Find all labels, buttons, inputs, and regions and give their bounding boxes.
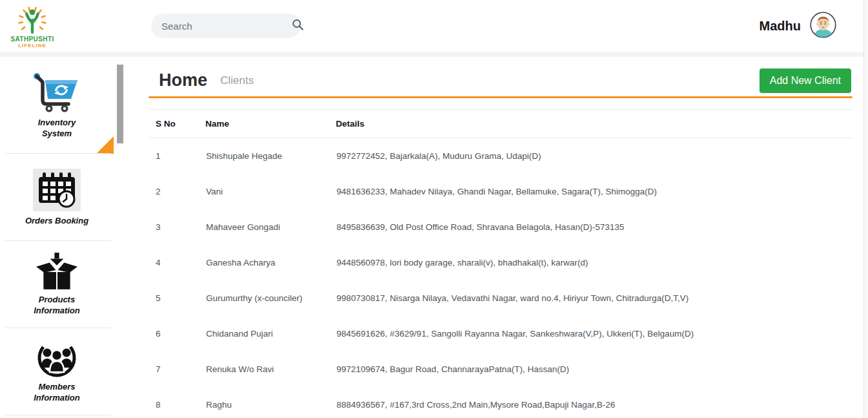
table-row[interactable]: 5Gurumurthy (x-counciler)9980730817, Nis… [149, 280, 852, 316]
user-avatar[interactable] [810, 12, 836, 41]
topbar-divider [0, 52, 868, 57]
header-accent-line [149, 96, 852, 98]
cell-sno: 8 [149, 387, 205, 418]
cell-sno: 6 [149, 316, 205, 351]
cell-details: 9972772452, Bajarkala(A), Muduru Grama, … [336, 138, 852, 174]
sidebar-item-members-information[interactable]: Members Information [0, 328, 114, 415]
search-icon[interactable] [291, 18, 304, 34]
cell-name: Renuka W/o Ravi [205, 351, 336, 387]
search-bar[interactable] [151, 14, 301, 38]
table-row[interactable]: 6Chidanand Pujari9845691626, #3629/91, S… [149, 316, 852, 351]
cell-sno: 4 [149, 245, 205, 280]
add-new-client-button[interactable]: Add New Client [760, 68, 851, 93]
cell-sno: 1 [149, 138, 205, 174]
table-row[interactable]: 1Shishupale Hegade9972772452, Bajarkala(… [149, 138, 852, 174]
cell-name: Gurumurthy (x-counciler) [205, 280, 336, 316]
column-header-s-no: S No [149, 110, 205, 138]
cell-details: 8884936567, #167,3rd Cross,2nd Main,Myso… [336, 387, 852, 418]
cell-sno: 5 [149, 280, 205, 316]
user-menu[interactable]: Madhu [760, 12, 836, 41]
sidebar-item-products-information[interactable]: Products Information [0, 241, 114, 328]
cell-details: 9972109674, Bagur Road, ChannarayaPatna(… [336, 351, 852, 387]
members-group-icon [36, 340, 78, 377]
column-header-name: Name [205, 110, 336, 138]
search-input[interactable] [160, 20, 291, 32]
cell-details: 8495836639, Old Post Office Road, Shrava… [336, 209, 852, 245]
sidebar-item-inventory-system[interactable]: Inventory System [0, 57, 114, 154]
cell-name: Vani [205, 174, 336, 209]
breadcrumb-clients: Clients [220, 74, 254, 87]
logo-subtitle: LIFELINE [18, 43, 46, 48]
table-row[interactable]: 7Renuka W/o Ravi9972109674, Bagur Road, … [149, 351, 852, 387]
main-content: Home Clients Add New Client S NoNameDeta… [149, 57, 852, 418]
cell-sno: 7 [149, 351, 205, 387]
clients-table-head-row: S NoNameDetails [149, 110, 852, 138]
page-scrollbar[interactable] [863, 0, 868, 418]
cell-name: Mahaveer Gongadi [205, 209, 336, 245]
table-row[interactable]: 3Mahaveer Gongadi8495836639, Old Post Of… [149, 209, 852, 245]
cell-name: Chidanand Pujari [205, 316, 336, 351]
app-logo: SATHPUSHTI LIFELINE [0, 3, 65, 48]
cell-name: Ganesha Acharya [205, 245, 336, 280]
orders-calendar-icon [33, 169, 81, 211]
sidebar: Inventory System [0, 57, 114, 418]
column-header-details: Details [336, 110, 852, 138]
cell-details: 9481636233, Mahadev Nilaya, Ghandi Nagar… [336, 174, 852, 209]
clients-table-body: 1Shishupale Hegade9972772452, Bajarkala(… [149, 138, 852, 418]
sidebar-item-label: Inventory System [23, 118, 90, 140]
clients-table: S NoNameDetails 1Shishupale Hegade997277… [149, 109, 852, 418]
sidebar-item-label: Orders Booking [23, 216, 90, 227]
cell-details: 9980730817, Nisarga Nilaya, Vedavathi Na… [336, 280, 852, 316]
logo-title: SATHPUSHTI [10, 36, 54, 43]
sidebar-scrollbar-thumb[interactable] [117, 65, 123, 143]
logo-figure-icon [16, 6, 49, 37]
user-name: Madhu [760, 19, 801, 34]
inventory-cart-icon [32, 72, 82, 113]
sidebar-item-label: Products Information [23, 295, 90, 317]
cell-name: Raghu [205, 387, 336, 418]
sidebar-item-label: Members Information [23, 382, 90, 404]
cell-details: 9448560978, lori body garage, sharali(v)… [336, 245, 852, 280]
page: SATHPUSHTI LIFELINE Madhu [0, 0, 868, 418]
table-row[interactable]: 2Vani9481636233, Mahadev Nilaya, Ghandi … [149, 174, 852, 209]
table-row[interactable]: 8Raghu8884936567, #167,3rd Cross,2nd Mai… [149, 387, 852, 418]
cell-sno: 2 [149, 174, 205, 209]
cell-name: Shishupale Hegade [205, 138, 336, 174]
page-title: Home [159, 70, 207, 90]
cell-details: 9845691626, #3629/91, Sangolli Rayanna N… [336, 316, 852, 351]
table-row[interactable]: 4Ganesha Acharya9448560978, lori body ga… [149, 245, 852, 280]
cell-sno: 3 [149, 209, 205, 245]
topbar: SATHPUSHTI LIFELINE Madhu [0, 0, 868, 52]
sidebar-item-orders-booking[interactable]: Orders Booking [0, 154, 114, 241]
products-box-icon [36, 253, 78, 290]
